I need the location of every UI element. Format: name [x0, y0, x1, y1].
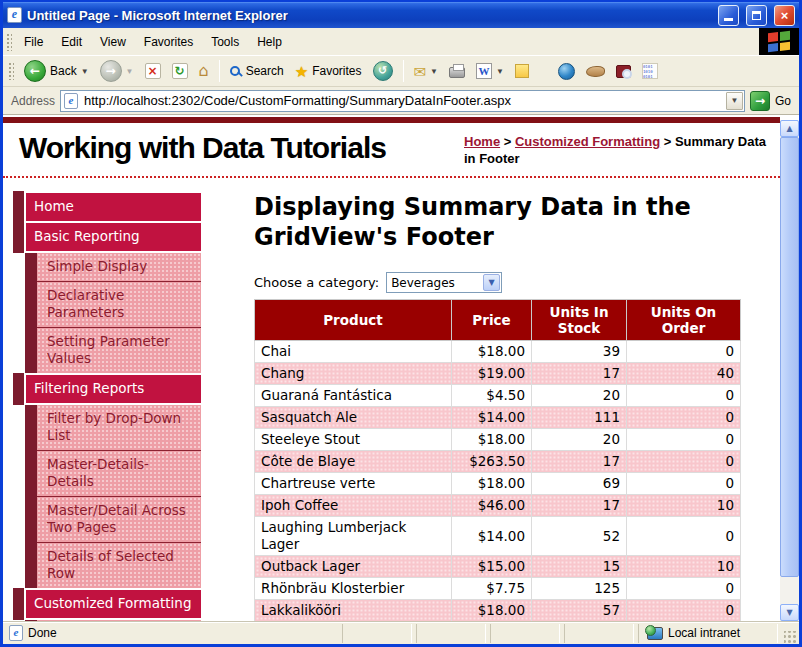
sidebar-item-basic-reporting[interactable]: Basic Reporting [13, 223, 201, 251]
menu-edit[interactable]: Edit [52, 31, 91, 53]
table-row: Guaraná Fantástica$4.50200 [255, 385, 741, 407]
cell-units-on-order: 0 [627, 429, 741, 451]
table-row: Sasquatch Ale$14.001110 [255, 407, 741, 429]
sidebar-subgroup-clipped [25, 620, 201, 621]
cell-units-in-stock: 57 [532, 600, 627, 622]
menu-view[interactable]: View [91, 31, 135, 53]
sidebar-item-home[interactable]: Home [13, 193, 201, 221]
cell-units-in-stock: 20 [532, 429, 627, 451]
mail-button[interactable]: ✉ ▼ [410, 62, 443, 81]
address-input[interactable] [82, 92, 722, 109]
breadcrumb-separator: > [660, 134, 675, 149]
category-row: Choose a category: Beverages ▼ [254, 272, 740, 293]
cell-units-on-order: 0 [627, 385, 741, 407]
breadcrumb-customized-formatting[interactable]: Customized Formatting [515, 134, 660, 149]
site-title: Working with Data Tutorials [19, 130, 464, 166]
ie-page-icon: e [7, 7, 22, 23]
scrollbar-thumb[interactable] [780, 137, 799, 577]
printer-icon [449, 67, 465, 78]
table-row: Lakkalikööri$18.00570 [255, 600, 741, 622]
menu-file[interactable]: File [15, 31, 52, 53]
windows-flag-icon [768, 31, 790, 52]
menu-bar-items: FileEditViewFavoritesToolsHelp [15, 31, 291, 53]
status-bar: e Done Local intranet [3, 621, 799, 644]
menu-tools[interactable]: Tools [202, 31, 248, 53]
edit-with-word-button[interactable]: W ▼ [472, 61, 508, 81]
chevron-down-icon[interactable]: ▼ [483, 274, 500, 291]
cell-price: $14.00 [452, 517, 532, 556]
discuss-button[interactable] [511, 62, 533, 80]
close-button[interactable]: × [774, 5, 795, 26]
toolbar-separator [403, 60, 404, 82]
sidebar-item-customized-formatting[interactable]: Customized Formatting [13, 590, 201, 618]
messenger-button[interactable] [582, 64, 609, 79]
sidebar-item-details-of-selected-row[interactable]: Details of Selected Row [37, 542, 201, 588]
address-dropdown-icon[interactable]: ▼ [726, 92, 743, 110]
cell-units-on-order: 10 [627, 495, 741, 517]
nav-notch [13, 191, 24, 223]
refresh-button[interactable]: ↻ [168, 61, 192, 81]
table-row: Outback Lager$15.001510 [255, 556, 741, 578]
menu-help[interactable]: Help [248, 31, 291, 53]
table-row: Ipoh Coffee$46.001710 [255, 495, 741, 517]
cell-price: $263.50 [452, 451, 532, 473]
cell-product: Steeleye Stout [255, 429, 452, 451]
stop-button[interactable]: × [141, 61, 165, 81]
home-button[interactable]: ⌂ [195, 61, 213, 81]
forward-dropdown-icon[interactable]: ▼ [126, 67, 134, 76]
cell-units-in-stock: 17 [532, 495, 627, 517]
vertical-scrollbar[interactable]: ▲ ▼ [780, 120, 799, 621]
cell-product: Sasquatch Ale [255, 407, 452, 429]
cell-price: $4.50 [452, 385, 532, 407]
favorites-button[interactable]: ★ Favorites [291, 62, 366, 81]
encyclopedia-button[interactable] [612, 63, 635, 80]
sidebar-item-declarative-parameters[interactable]: Declarative Parameters [37, 281, 201, 327]
table-row: Côte de Blaye$263.50170 [255, 451, 741, 473]
page-content: Working with Data Tutorials Home > Custo… [3, 115, 780, 621]
search-icon [230, 66, 240, 76]
sidebar-item-master-details-details[interactable]: Master-Details-Details [37, 450, 201, 496]
mail-dropdown-icon[interactable]: ▼ [430, 67, 438, 76]
forward-button[interactable]: → ▼ [96, 58, 138, 84]
scroll-down-button[interactable]: ▼ [780, 604, 799, 621]
title-bar[interactable]: e Untitled Page - Microsoft Internet Exp… [3, 2, 799, 28]
resize-grip[interactable] [784, 631, 797, 644]
sidebar-item-master-detail-across-two-pages[interactable]: Master/Detail Across Two Pages [37, 496, 201, 542]
drag-handle[interactable] [8, 62, 14, 80]
script-debug-button[interactable]: 0101 1010 0101 1010 [638, 61, 662, 81]
print-button[interactable] [445, 62, 469, 80]
go-button[interactable]: → [750, 91, 770, 111]
drag-handle[interactable] [6, 33, 12, 51]
cell-units-in-stock: 125 [532, 578, 627, 600]
menu-favorites[interactable]: Favorites [135, 31, 202, 53]
status-segment [416, 624, 486, 643]
cell-units-on-order: 0 [627, 341, 741, 363]
browser-window: e Untitled Page - Microsoft Internet Exp… [0, 0, 802, 647]
minimize-button[interactable] [718, 5, 739, 26]
scroll-up-button[interactable]: ▲ [780, 120, 799, 137]
favorites-label: Favorites [312, 64, 361, 78]
address-combo[interactable]: e ▼ [60, 90, 745, 112]
history-button[interactable]: ↺ [369, 59, 397, 83]
sidebar-item-simple-display[interactable]: Simple Display [37, 253, 201, 281]
word-icon: W [476, 63, 492, 79]
cell-units-in-stock: 15 [532, 556, 627, 578]
research-button[interactable] [554, 61, 579, 82]
sidebar-item-setting-parameter-values[interactable]: Setting Parameter Values [37, 327, 201, 373]
cell-units-on-order: 0 [627, 578, 741, 600]
cell-units-on-order: 0 [627, 517, 741, 556]
local-intranet-icon [647, 627, 663, 640]
cell-price: $14.00 [452, 407, 532, 429]
sidebar-item-filtering-reports[interactable]: Filtering Reports [13, 375, 201, 403]
category-select[interactable]: Beverages ▼ [386, 272, 502, 293]
sidebar-item-filter-by-drop-down-list[interactable]: Filter by Drop-Down List [37, 405, 201, 450]
back-dropdown-icon[interactable]: ▼ [81, 67, 89, 76]
windows-logo-throbber [759, 28, 799, 55]
cell-units-on-order: 10 [627, 556, 741, 578]
edit-dropdown-icon[interactable]: ▼ [496, 67, 504, 76]
search-button[interactable]: Search [226, 62, 288, 80]
breadcrumb-home[interactable]: Home [464, 134, 500, 149]
ie-page-icon: e [64, 93, 78, 109]
back-button[interactable]: ← Back ▼ [20, 58, 93, 84]
maximize-button[interactable] [746, 5, 767, 26]
